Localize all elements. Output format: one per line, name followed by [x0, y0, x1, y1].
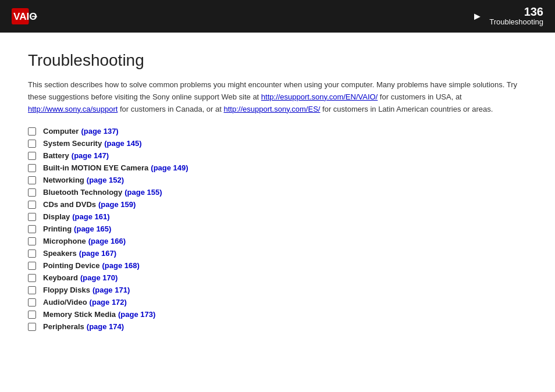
- toc-checkbox-11[interactable]: [28, 262, 36, 270]
- toc-link-12[interactable]: (page 170): [80, 273, 118, 282]
- toc-list: Computer(page 137)System Security(page 1…: [28, 127, 527, 334]
- svg-text:~: ~: [31, 11, 37, 22]
- toc-link-3[interactable]: (page 149): [151, 163, 188, 172]
- page-title: Troubleshooting: [28, 51, 527, 70]
- toc-item: System Security(page 145): [28, 139, 527, 148]
- toc-label-6: CDs and DVDs: [43, 200, 96, 209]
- toc-item: Printing(page 165): [28, 224, 527, 233]
- toc-link-4[interactable]: (page 152): [87, 176, 124, 184]
- intro-text-2: for customers in USA, at: [378, 92, 462, 101]
- toc-item: Battery(page 147): [28, 151, 527, 160]
- toc-link-8[interactable]: (page 165): [74, 224, 111, 233]
- toc-link-9[interactable]: (page 166): [88, 237, 126, 245]
- toc-item: Peripherals(page 174): [28, 322, 527, 331]
- main-content: Troubleshooting This section describes h…: [0, 33, 555, 348]
- toc-item: Pointing Device(page 168): [28, 261, 527, 270]
- toc-link-11[interactable]: (page 168): [102, 261, 140, 270]
- toc-link-16[interactable]: (page 174): [87, 322, 124, 331]
- toc-item: Microphone(page 166): [28, 237, 527, 245]
- toc-checkbox-13[interactable]: [28, 286, 36, 294]
- toc-label-15: Memory Stick Media: [43, 310, 116, 319]
- toc-link-6[interactable]: (page 159): [98, 200, 136, 209]
- toc-checkbox-6[interactable]: [28, 201, 36, 209]
- header: VAIO ~ ► 136 Troubleshooting: [0, 0, 555, 33]
- toc-label-4: Networking: [43, 176, 84, 184]
- toc-label-0: Computer: [43, 127, 79, 136]
- toc-link-5[interactable]: (page 155): [124, 188, 162, 197]
- toc-label-1: System Security: [43, 139, 102, 148]
- toc-label-11: Pointing Device: [43, 261, 100, 270]
- toc-item: Networking(page 152): [28, 176, 527, 184]
- toc-item: Bluetooth Technology(page 155): [28, 188, 527, 197]
- toc-link-15[interactable]: (page 173): [118, 310, 155, 319]
- vaio-logo-image: VAIO ~: [12, 8, 66, 24]
- link-esupport-en[interactable]: http://esupport.sony.com/EN/VAIO/: [261, 92, 378, 101]
- toc-checkbox-15[interactable]: [28, 311, 36, 319]
- intro-paragraph: This section describes how to solve comm…: [28, 79, 527, 115]
- toc-label-3: Built-in MOTION EYE Camera: [43, 163, 148, 172]
- toc-link-7[interactable]: (page 161): [72, 212, 109, 221]
- toc-checkbox-16[interactable]: [28, 323, 36, 331]
- toc-label-14: Audio/Video: [43, 298, 87, 307]
- toc-checkbox-9[interactable]: [28, 237, 36, 245]
- toc-item: Computer(page 137): [28, 127, 527, 136]
- toc-link-13[interactable]: (page 171): [92, 286, 130, 294]
- toc-checkbox-0[interactable]: [28, 127, 36, 136]
- toc-label-12: Keyboard: [43, 273, 78, 282]
- toc-checkbox-7[interactable]: [28, 213, 36, 221]
- toc-checkbox-5[interactable]: [28, 188, 36, 197]
- toc-label-2: Battery: [43, 151, 69, 160]
- toc-checkbox-8[interactable]: [28, 225, 36, 233]
- toc-checkbox-14[interactable]: [28, 298, 36, 307]
- toc-label-10: Speakers: [43, 249, 77, 258]
- toc-link-2[interactable]: (page 147): [72, 151, 109, 160]
- toc-item: Floppy Disks(page 171): [28, 286, 527, 294]
- toc-label-8: Printing: [43, 224, 72, 233]
- toc-link-10[interactable]: (page 167): [79, 249, 116, 258]
- toc-label-16: Peripherals: [43, 322, 84, 331]
- header-right: ► 136 Troubleshooting: [472, 6, 543, 27]
- toc-checkbox-2[interactable]: [28, 152, 36, 160]
- toc-item: Built-in MOTION EYE Camera(page 149): [28, 163, 527, 172]
- toc-checkbox-12[interactable]: [28, 274, 36, 282]
- intro-text-4: for customers in Latin American countrie…: [320, 105, 493, 113]
- vaio-logo: VAIO ~: [12, 8, 66, 24]
- toc-checkbox-10[interactable]: [28, 250, 36, 258]
- link-esupport-es[interactable]: http://esupport.sony.com/ES/: [223, 105, 320, 113]
- page-number: 136: [489, 6, 543, 17]
- toc-checkbox-1[interactable]: [28, 140, 36, 148]
- toc-link-0[interactable]: (page 137): [81, 127, 118, 136]
- toc-item: Speakers(page 167): [28, 249, 527, 258]
- toc-item: Display(page 161): [28, 212, 527, 221]
- toc-item: CDs and DVDs(page 159): [28, 200, 527, 209]
- header-nav-arrow[interactable]: ►: [472, 10, 482, 23]
- toc-label-7: Display: [43, 212, 70, 221]
- toc-link-14[interactable]: (page 172): [90, 298, 127, 307]
- toc-label-5: Bluetooth Technology: [43, 188, 122, 197]
- toc-label-13: Floppy Disks: [43, 286, 90, 294]
- toc-item: Audio/Video(page 172): [28, 298, 527, 307]
- link-sony-ca[interactable]: http://www.sony.ca/support: [28, 105, 118, 113]
- toc-checkbox-3[interactable]: [28, 164, 36, 172]
- toc-label-9: Microphone: [43, 237, 86, 245]
- header-page-info: 136 Troubleshooting: [489, 6, 543, 27]
- toc-item: Keyboard(page 170): [28, 273, 527, 282]
- intro-text-3: for customers in Canada, or at: [118, 105, 223, 113]
- toc-link-1[interactable]: (page 145): [104, 139, 141, 148]
- header-section-title: Troubleshooting: [489, 17, 543, 27]
- toc-checkbox-4[interactable]: [28, 176, 36, 184]
- toc-item: Memory Stick Media(page 173): [28, 310, 527, 319]
